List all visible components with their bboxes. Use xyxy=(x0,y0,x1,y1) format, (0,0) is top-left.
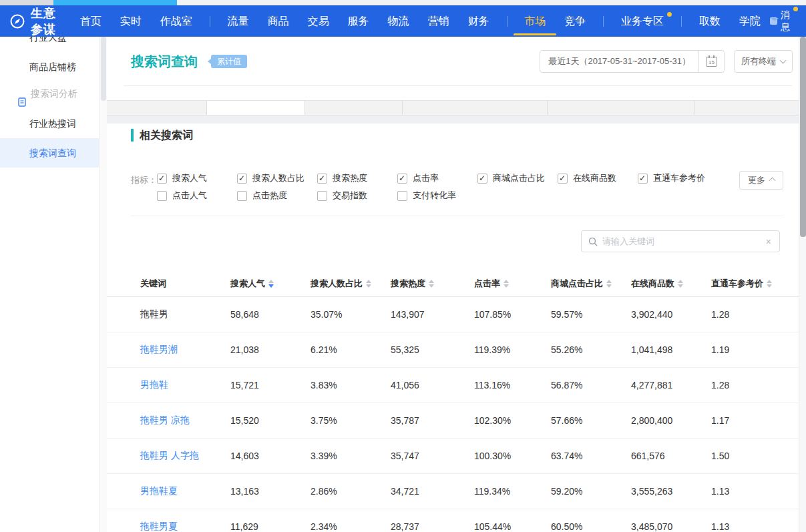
table-row: 男拖鞋 15,721 3.83% 41,056 113.16% 56.87% 4… xyxy=(107,368,799,403)
sidebar-item-industry-hot-words[interactable]: 行业热搜词 xyxy=(0,109,99,138)
cell-keyword-link[interactable]: 拖鞋男 凉拖 xyxy=(140,415,230,427)
tab-6[interactable] xyxy=(694,101,799,115)
sidebar-item-product-shop-ranking[interactable]: 商品店铺榜 xyxy=(0,52,99,81)
metric-click-popularity[interactable]: 点击人气 xyxy=(157,190,237,202)
nav-competition[interactable]: 竞争 xyxy=(555,5,595,37)
cell-value: 3.75% xyxy=(311,415,391,426)
col-mall-click-ratio-sort[interactable]: 商城点击占比 xyxy=(551,278,631,290)
col-searcher-ratio-sort[interactable]: 搜索人数占比 xyxy=(311,278,391,290)
page-title: 搜索词查询 xyxy=(131,53,198,71)
nav-data-extract[interactable]: 取数 xyxy=(690,5,730,37)
nav-traffic[interactable]: 流量 xyxy=(218,5,258,37)
brand[interactable]: 生意参谋 xyxy=(9,5,63,37)
col-click-rate-sort[interactable]: 点击率 xyxy=(474,278,551,290)
cell-keyword: 拖鞋男 xyxy=(140,308,230,320)
cell-value: 60.50% xyxy=(551,521,631,532)
cell-value: 35,747 xyxy=(391,451,474,461)
date-range-picker[interactable]: 最近1天（2017-05-31~2017-05-31） 15 xyxy=(540,50,725,73)
table-header-row: 关键词 搜索人气 搜索人数占比 搜索热度 点击率 商城点击占比 在线商品数 直通… xyxy=(107,270,799,297)
nav-logistics[interactable]: 物流 xyxy=(379,5,419,37)
checkbox-unchecked-icon[interactable] xyxy=(397,191,407,201)
nav-finance[interactable]: 财务 xyxy=(459,5,499,37)
metric-search-heat[interactable]: 搜索热度 xyxy=(317,172,397,184)
sidebar-scrollbar[interactable] xyxy=(99,37,107,532)
cell-keyword-link[interactable]: 拖鞋男夏 xyxy=(140,521,230,532)
checkbox-unchecked-icon[interactable] xyxy=(157,191,167,201)
metric-mall-click-ratio[interactable]: 商城点击占比 xyxy=(477,172,558,184)
tab-4[interactable] xyxy=(403,101,548,115)
metric-search-popularity[interactable]: 搜索人气 xyxy=(157,172,237,184)
checkbox-checked-icon[interactable] xyxy=(237,174,247,184)
related-search-card: 相关搜索词 指标： 搜索人气 搜索人数占比 搜索热度 点击率 商城点击占比 在线… xyxy=(107,123,799,532)
metric-ztc-ref-price[interactable]: 直通车参考价 xyxy=(638,172,718,184)
cell-value: 1,041,498 xyxy=(631,344,711,355)
sidebar-item-search-term-query[interactable]: 搜索词查询 xyxy=(0,138,99,168)
tab-5[interactable] xyxy=(548,101,694,115)
nav-war-room[interactable]: 作战室 xyxy=(151,5,202,37)
messages-button[interactable]: 消息 xyxy=(770,9,794,33)
nav-academy[interactable]: 学院 xyxy=(730,5,770,37)
cell-value: 102.30% xyxy=(474,415,551,426)
page-scrollbar-thumb[interactable] xyxy=(800,37,806,237)
metric-trade-index[interactable]: 交易指数 xyxy=(317,190,397,202)
browser-edge-strip xyxy=(0,0,806,5)
metric-click-rate[interactable]: 点击率 xyxy=(397,172,477,184)
nav-realtime[interactable]: 实时 xyxy=(111,5,151,37)
checkbox-checked-icon[interactable] xyxy=(558,174,568,184)
nav-separator xyxy=(603,16,604,27)
cell-value: 3,902,440 xyxy=(631,309,711,320)
table-row: 拖鞋男夏 11,629 2.34% 28,737 105.44% 60.50% … xyxy=(107,509,799,532)
section-divider xyxy=(131,216,784,216)
cell-keyword-link[interactable]: 男拖鞋夏 xyxy=(140,485,230,497)
metric-searcher-ratio[interactable]: 搜索人数占比 xyxy=(237,172,317,184)
metric-pay-conversion[interactable]: 支付转化率 xyxy=(397,190,477,202)
messages-label: 消息 xyxy=(781,9,794,33)
col-ztc-ref-price-sort[interactable]: 直通车参考价 xyxy=(711,278,799,290)
tab-2-active[interactable] xyxy=(207,101,305,115)
sidebar-item-industry-overview[interactable]: 行业大盘 xyxy=(0,37,99,52)
tab-1[interactable] xyxy=(107,101,207,115)
cell-value: 1.19 xyxy=(711,344,799,355)
terminal-dropdown[interactable]: 所有终端 xyxy=(734,50,793,73)
nav-trade[interactable]: 交易 xyxy=(298,5,339,37)
checkbox-checked-icon[interactable] xyxy=(157,174,167,184)
col-search-heat-sort[interactable]: 搜索热度 xyxy=(391,278,474,290)
cell-keyword-link[interactable]: 男拖鞋 xyxy=(140,379,230,391)
cell-value: 1.50 xyxy=(711,451,799,461)
checkbox-checked-icon[interactable] xyxy=(397,174,407,184)
nav-marketing[interactable]: 营销 xyxy=(419,5,459,37)
nav-product[interactable]: 商品 xyxy=(258,5,298,37)
calendar-button[interactable]: 15 xyxy=(698,50,724,73)
nav-business-zone[interactable]: 业务专区 xyxy=(612,5,673,37)
cell-value: 21,038 xyxy=(230,344,311,355)
cell-value: 113.16% xyxy=(474,380,551,390)
keyword-search-box: × xyxy=(581,230,780,252)
checkbox-unchecked-icon[interactable] xyxy=(317,191,327,201)
checkbox-checked-icon[interactable] xyxy=(477,174,487,184)
cell-value: 1.17 xyxy=(711,415,799,426)
nav-home[interactable]: 首页 xyxy=(71,5,111,37)
metric-online-products[interactable]: 在线商品数 xyxy=(558,172,638,184)
cell-keyword-link[interactable]: 拖鞋男 人字拖 xyxy=(140,450,230,462)
nav-service[interactable]: 服务 xyxy=(339,5,379,37)
envelope-icon xyxy=(770,17,777,25)
checkbox-unchecked-icon[interactable] xyxy=(237,191,247,201)
col-online-products-sort[interactable]: 在线商品数 xyxy=(631,278,711,290)
metrics-label: 指标： xyxy=(131,174,157,186)
clear-icon[interactable]: × xyxy=(765,236,773,247)
tab-3[interactable] xyxy=(305,101,403,115)
checkbox-checked-icon[interactable] xyxy=(317,174,327,184)
cell-value: 2.34% xyxy=(311,521,391,532)
sidebar-group-search-term-analysis: 搜索词分析 xyxy=(0,79,99,108)
cell-value: 56.87% xyxy=(551,380,631,390)
col-search-popularity-sort[interactable]: 搜索人气 xyxy=(230,278,311,290)
metric-click-heat[interactable]: 点击热度 xyxy=(237,190,317,202)
checkbox-checked-icon[interactable] xyxy=(638,174,648,184)
cell-keyword-link[interactable]: 拖鞋男潮 xyxy=(140,344,230,356)
page-scrollbar[interactable] xyxy=(799,37,806,532)
keyword-search-input[interactable] xyxy=(602,236,765,246)
nav-market-active[interactable]: 市场 xyxy=(515,5,555,37)
cell-value: 15,721 xyxy=(230,380,311,390)
more-button[interactable]: 更多 xyxy=(739,171,783,190)
sidebar-scrollbar-thumb[interactable] xyxy=(101,37,106,101)
